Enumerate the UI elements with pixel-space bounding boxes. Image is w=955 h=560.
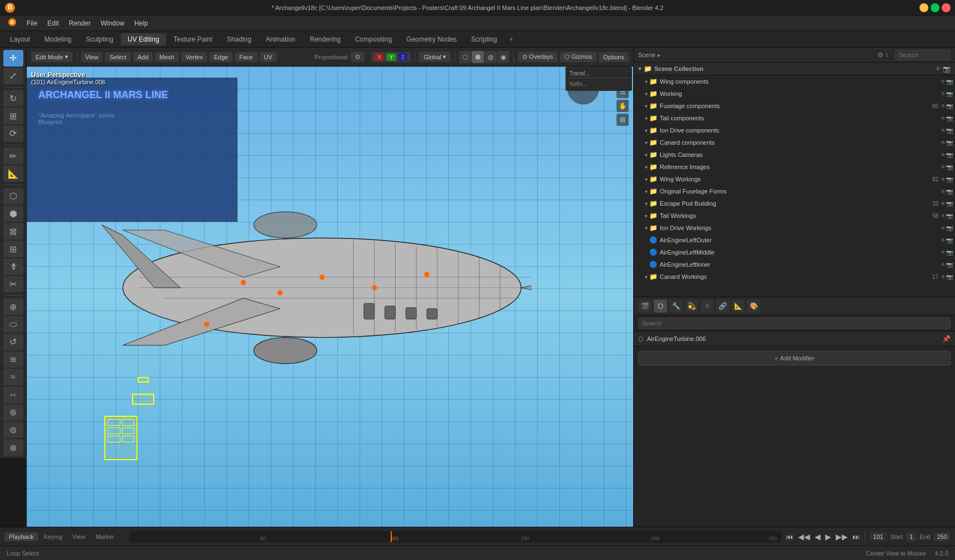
- tab-modeling[interactable]: Modeling: [38, 33, 78, 45]
- gizmos-button[interactable]: ⬡ Gizmos: [560, 52, 597, 62]
- step-back-button[interactable]: ◀: [815, 532, 821, 541]
- wireframe-mode[interactable]: ⬡: [459, 51, 471, 63]
- maximize-button[interactable]: [931, 3, 939, 12]
- filter-icon[interactable]: ⚙: [877, 51, 883, 59]
- add-modifier-button[interactable]: + Add Modifier: [638, 351, 951, 365]
- render-vis[interactable]: 📷: [946, 103, 953, 109]
- outliner-search[interactable]: [895, 50, 951, 60]
- collection-canard[interactable]: ▾ 📁 Canard components 👁 📷: [634, 136, 955, 149]
- render-vis[interactable]: 📷: [946, 201, 953, 207]
- tool-shear[interactable]: ⊜: [3, 422, 23, 439]
- jump-start-button[interactable]: ⏮: [786, 532, 794, 541]
- eye-vis[interactable]: 👁: [941, 201, 946, 207]
- proportional-editing[interactable]: ⊙: [351, 52, 365, 62]
- timeline-tab-marker[interactable]: Marker: [91, 532, 119, 541]
- properties-search[interactable]: [638, 318, 951, 329]
- eye-vis[interactable]: 👁: [941, 140, 946, 146]
- collection-working[interactable]: ▾ 📁 Working 👁 📷: [634, 88, 955, 100]
- coordinate-system[interactable]: Global ▾: [419, 52, 451, 62]
- tab-texture-paint[interactable]: Texture Paint: [167, 33, 219, 45]
- step-forward-button[interactable]: ▶▶: [836, 532, 848, 541]
- tool-cursor[interactable]: ✛: [3, 50, 23, 67]
- render-vis[interactable]: 📷: [946, 189, 953, 195]
- axis-z[interactable]: Z: [398, 53, 408, 61]
- collection-original-fuselage[interactable]: ▾ 📁 Original Fuselage Forms 👁 📷: [634, 185, 955, 197]
- eye-vis[interactable]: 👁: [941, 213, 946, 219]
- tool-rotate[interactable]: ↻: [3, 90, 23, 106]
- vertex-menu[interactable]: Vertex: [181, 52, 207, 62]
- collection-arrow[interactable]: ▾: [638, 65, 641, 73]
- tool-loop-cut[interactable]: ⊠: [3, 223, 23, 240]
- collection-ion-drive-workings[interactable]: ▾ 📁 Ion Drive Workings 👁 📷: [634, 222, 955, 234]
- axis-y[interactable]: Y: [386, 53, 396, 61]
- tab-shading[interactable]: Shading: [220, 33, 258, 45]
- tool-bisect[interactable]: ✂: [3, 276, 23, 293]
- add-menu[interactable]: Add: [133, 52, 153, 62]
- collection-air-engine-outer[interactable]: ▸ 🔵 AirEngineLeftOuter 👁 📷: [634, 234, 955, 246]
- modifier-props-icon[interactable]: 🔧: [669, 299, 683, 313]
- tab-scripting[interactable]: Scripting: [464, 33, 504, 45]
- viewport-3d[interactable]: ARCHANGEL II MARS LINE "Amazing Aerospac…: [27, 67, 633, 527]
- render-vis[interactable]: 📷: [946, 176, 953, 182]
- tool-bevel[interactable]: ⬢: [3, 206, 23, 222]
- add-workspace-button[interactable]: +: [505, 33, 518, 45]
- render-vis[interactable]: 📷: [946, 115, 953, 121]
- tool-extrude[interactable]: ⊕: [3, 298, 23, 315]
- tool-randomize[interactable]: ≈: [3, 369, 23, 385]
- overlays-button[interactable]: ⊙ Overlays: [518, 52, 557, 62]
- collection-tail[interactable]: ▾ 📁 Tail components 👁 📷: [634, 112, 955, 124]
- menu-blender[interactable]: B: [3, 16, 21, 30]
- render-vis[interactable]: 📷: [946, 262, 953, 268]
- render-vis[interactable]: 📷: [946, 225, 953, 231]
- tab-compositing[interactable]: Compositing: [348, 33, 399, 45]
- tool-offset-edge[interactable]: ⊞: [3, 241, 23, 257]
- physics-props-icon[interactable]: ⚛: [700, 299, 714, 313]
- timeline-tab-keying[interactable]: Keying: [39, 532, 67, 541]
- eye-vis[interactable]: 👁: [941, 152, 946, 158]
- edge-menu[interactable]: Edge: [209, 52, 233, 62]
- collection-escape-pod[interactable]: ▾ 📁 Escape Pod Building 33 👁 📷: [634, 197, 955, 210]
- tool-edge-slide[interactable]: ↔: [3, 386, 23, 403]
- eye-icon[interactable]: 👁: [935, 65, 941, 73]
- uv-menu[interactable]: UV: [260, 52, 277, 62]
- rendered-mode[interactable]: ◉: [497, 51, 509, 63]
- render-vis[interactable]: 📷: [946, 79, 953, 85]
- object-data-icon[interactable]: 📐: [731, 299, 745, 313]
- render-icon[interactable]: 📷: [943, 65, 951, 73]
- solid-mode[interactable]: ⬢: [472, 51, 484, 63]
- prev-keyframe-button[interactable]: ◀◀: [798, 532, 810, 541]
- face-menu[interactable]: Face: [235, 52, 257, 62]
- view-menu[interactable]: View: [81, 52, 103, 62]
- eye-vis[interactable]: 👁: [941, 79, 946, 85]
- tool-smooth[interactable]: ≋: [3, 352, 23, 368]
- timeline-track[interactable]: 50 101 150 200 250: [130, 531, 781, 542]
- tool-annotate[interactable]: ✏: [3, 147, 23, 164]
- axis-x[interactable]: X: [375, 53, 384, 61]
- tab-sculpting[interactable]: Sculpting: [79, 33, 120, 45]
- collection-canard-workings[interactable]: ▾ 📁 Canard Workings 17 👁 📷: [634, 271, 955, 283]
- eye-vis[interactable]: 👁: [941, 250, 946, 256]
- eye-vis[interactable]: 👁: [941, 189, 946, 195]
- menu-file[interactable]: File: [22, 18, 42, 29]
- eye-vis[interactable]: 👁: [941, 225, 946, 231]
- particle-props-icon[interactable]: 💫: [685, 299, 698, 313]
- jump-end-button[interactable]: ⏭: [852, 532, 860, 541]
- constraints-icon[interactable]: 🔗: [716, 299, 729, 313]
- eye-vis[interactable]: 👁: [941, 115, 946, 121]
- collection-tail-workings[interactable]: ▾ 📁 Tail Workings 58 👁 📷: [634, 210, 955, 222]
- material-icon[interactable]: 🎨: [747, 299, 760, 313]
- render-vis[interactable]: 📷: [946, 250, 953, 256]
- timeline-tab-playback[interactable]: Playback: [4, 532, 38, 541]
- collection-air-engine-inner[interactable]: ▸ 🔵 AirEngineLeftInner 👁 📷: [634, 258, 955, 271]
- tool-spin[interactable]: ↺: [3, 334, 23, 350]
- eye-vis[interactable]: 👁: [941, 237, 946, 243]
- collection-wing-components[interactable]: ▾ 📁 Wing components 👁 📷: [634, 75, 955, 88]
- tool-rip[interactable]: ⊗: [3, 439, 23, 456]
- minimize-button[interactable]: [919, 3, 928, 12]
- render-vis[interactable]: 📷: [946, 164, 953, 170]
- tool-move[interactable]: ⤢: [3, 68, 23, 84]
- object-props-icon[interactable]: ⬡: [654, 299, 667, 313]
- tab-layout[interactable]: Layout: [3, 33, 37, 45]
- collection-fuselage[interactable]: ▾ 📁 Fuselage components 60 👁 📷: [634, 100, 955, 112]
- menu-window[interactable]: Window: [96, 18, 129, 29]
